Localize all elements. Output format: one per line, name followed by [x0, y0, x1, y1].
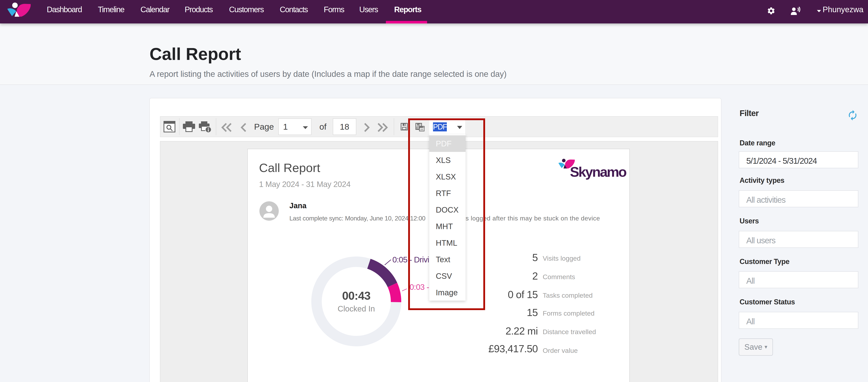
- svg-text:Skynamo: Skynamo: [570, 164, 626, 180]
